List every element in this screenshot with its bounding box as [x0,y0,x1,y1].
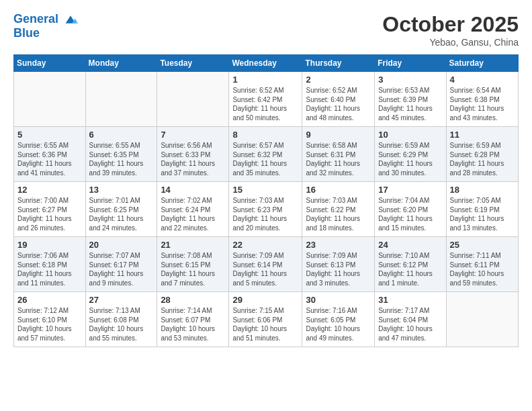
day-number: 24 [378,240,442,250]
day-number: 10 [378,130,442,140]
col-saturday: Saturday [446,55,518,72]
table-row: 31Sunrise: 7:17 AMSunset: 6:04 PMDayligh… [375,292,446,347]
table-row: 19Sunrise: 7:06 AMSunset: 6:18 PMDayligh… [14,237,86,292]
table-row: 28Sunrise: 7:14 AMSunset: 6:07 PMDayligh… [157,292,229,347]
day-info: Sunrise: 6:59 AMSunset: 6:29 PMDaylight:… [378,141,442,177]
col-tuesday: Tuesday [157,55,229,72]
day-number: 2 [306,75,371,85]
calendar-table: Sunday Monday Tuesday Wednesday Thursday… [13,54,519,347]
table-row: 15Sunrise: 7:03 AMSunset: 6:23 PMDayligh… [229,182,302,237]
day-number: 21 [161,240,225,250]
day-info: Sunrise: 7:11 AMSunset: 6:11 PMDaylight:… [450,251,515,287]
day-number: 1 [232,75,298,85]
table-row: 13Sunrise: 7:01 AMSunset: 6:25 PMDayligh… [85,182,157,237]
day-info: Sunrise: 6:55 AMSunset: 6:36 PMDaylight:… [17,141,82,177]
table-row: 21Sunrise: 7:08 AMSunset: 6:15 PMDayligh… [157,237,229,292]
day-info: Sunrise: 7:01 AMSunset: 6:25 PMDaylight:… [89,196,154,232]
day-number: 3 [378,75,442,85]
col-friday: Friday [375,55,446,72]
table-row: 8Sunrise: 6:57 AMSunset: 6:32 PMDaylight… [229,127,302,182]
col-sunday: Sunday [14,55,86,72]
page: General Blue October 2025 Yebao, Gansu, … [0,0,532,411]
table-row: 17Sunrise: 7:04 AMSunset: 6:20 PMDayligh… [375,182,446,237]
day-number: 28 [161,295,225,305]
day-info: Sunrise: 7:04 AMSunset: 6:20 PMDaylight:… [378,196,442,232]
day-info: Sunrise: 7:17 AMSunset: 6:04 PMDaylight:… [378,306,442,342]
day-number: 6 [89,130,154,140]
table-row: 6Sunrise: 6:55 AMSunset: 6:35 PMDaylight… [85,127,157,182]
day-info: Sunrise: 7:14 AMSunset: 6:07 PMDaylight:… [161,306,225,342]
calendar-week-row: 19Sunrise: 7:06 AMSunset: 6:18 PMDayligh… [14,237,519,292]
title-block: October 2025 Yebao, Gansu, China [382,12,519,48]
table-row: 7Sunrise: 6:56 AMSunset: 6:33 PMDaylight… [157,127,229,182]
table-row: 4Sunrise: 6:54 AMSunset: 6:38 PMDaylight… [446,72,518,127]
table-row: 9Sunrise: 6:58 AMSunset: 6:31 PMDaylight… [302,127,375,182]
day-info: Sunrise: 7:08 AMSunset: 6:15 PMDaylight:… [161,251,225,287]
day-number: 8 [232,130,298,140]
day-info: Sunrise: 6:54 AMSunset: 6:38 PMDaylight:… [450,86,515,122]
calendar-week-row: 26Sunrise: 7:12 AMSunset: 6:10 PMDayligh… [14,292,519,347]
day-number: 25 [450,240,515,250]
day-number: 15 [232,185,298,195]
day-info: Sunrise: 7:10 AMSunset: 6:12 PMDaylight:… [378,251,442,287]
month-title: October 2025 [382,12,519,37]
table-row: 3Sunrise: 6:53 AMSunset: 6:39 PMDaylight… [375,72,446,127]
day-number: 9 [306,130,371,140]
table-row [157,72,229,127]
table-row: 30Sunrise: 7:16 AMSunset: 6:05 PMDayligh… [302,292,375,347]
day-number: 11 [450,130,515,140]
table-row: 5Sunrise: 6:55 AMSunset: 6:36 PMDaylight… [14,127,86,182]
day-info: Sunrise: 7:02 AMSunset: 6:24 PMDaylight:… [161,196,225,232]
day-number: 20 [89,240,154,250]
col-monday: Monday [85,55,157,72]
table-row: 12Sunrise: 7:00 AMSunset: 6:27 PMDayligh… [14,182,86,237]
day-info: Sunrise: 7:03 AMSunset: 6:23 PMDaylight:… [232,196,298,232]
day-number: 27 [89,295,154,305]
calendar-week-row: 5Sunrise: 6:55 AMSunset: 6:36 PMDaylight… [14,127,519,182]
table-row: 11Sunrise: 6:59 AMSunset: 6:28 PMDayligh… [446,127,518,182]
table-row: 10Sunrise: 6:59 AMSunset: 6:29 PMDayligh… [375,127,446,182]
table-row: 18Sunrise: 7:05 AMSunset: 6:19 PMDayligh… [446,182,518,237]
day-info: Sunrise: 6:56 AMSunset: 6:33 PMDaylight:… [161,141,225,177]
day-info: Sunrise: 6:55 AMSunset: 6:35 PMDaylight:… [89,141,154,177]
table-row: 14Sunrise: 7:02 AMSunset: 6:24 PMDayligh… [157,182,229,237]
logo: General Blue [13,12,78,40]
day-number: 30 [306,295,371,305]
location-subtitle: Yebao, Gansu, China [382,37,519,48]
day-number: 12 [17,185,82,195]
day-number: 31 [378,295,442,305]
logo-icon [63,12,78,27]
table-row: 25Sunrise: 7:11 AMSunset: 6:11 PMDayligh… [446,237,518,292]
table-row: 2Sunrise: 6:52 AMSunset: 6:40 PMDaylight… [302,72,375,127]
day-number: 4 [450,75,515,85]
table-row: 23Sunrise: 7:09 AMSunset: 6:13 PMDayligh… [302,237,375,292]
day-info: Sunrise: 7:05 AMSunset: 6:19 PMDaylight:… [450,196,515,232]
day-info: Sunrise: 6:57 AMSunset: 6:32 PMDaylight:… [232,141,298,177]
calendar-header-row: Sunday Monday Tuesday Wednesday Thursday… [14,55,519,72]
table-row: 16Sunrise: 7:03 AMSunset: 6:22 PMDayligh… [302,182,375,237]
calendar-week-row: 1Sunrise: 6:52 AMSunset: 6:42 PMDaylight… [14,72,519,127]
day-number: 29 [232,295,298,305]
day-number: 22 [232,240,298,250]
table-row [85,72,157,127]
table-row: 26Sunrise: 7:12 AMSunset: 6:10 PMDayligh… [14,292,86,347]
day-info: Sunrise: 6:58 AMSunset: 6:31 PMDaylight:… [306,141,371,177]
day-number: 13 [89,185,154,195]
logo-blue-text: Blue [13,27,78,40]
day-number: 23 [306,240,371,250]
day-number: 19 [17,240,82,250]
day-info: Sunrise: 6:52 AMSunset: 6:40 PMDaylight:… [306,86,371,122]
day-number: 7 [161,130,225,140]
day-info: Sunrise: 7:15 AMSunset: 6:06 PMDaylight:… [232,306,298,342]
day-info: Sunrise: 7:13 AMSunset: 6:08 PMDaylight:… [89,306,154,342]
logo-text: General [13,12,78,27]
table-row [14,72,86,127]
day-number: 14 [161,185,225,195]
header: General Blue October 2025 Yebao, Gansu, … [13,12,519,48]
table-row: 27Sunrise: 7:13 AMSunset: 6:08 PMDayligh… [85,292,157,347]
day-info: Sunrise: 7:12 AMSunset: 6:10 PMDaylight:… [17,306,82,342]
day-info: Sunrise: 6:59 AMSunset: 6:28 PMDaylight:… [450,141,515,177]
day-info: Sunrise: 6:53 AMSunset: 6:39 PMDaylight:… [378,86,442,122]
day-info: Sunrise: 7:16 AMSunset: 6:05 PMDaylight:… [306,306,371,342]
day-info: Sunrise: 6:52 AMSunset: 6:42 PMDaylight:… [232,86,298,122]
